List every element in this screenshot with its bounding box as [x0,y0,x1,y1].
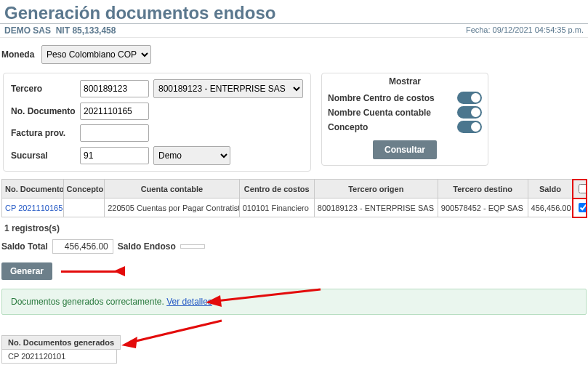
factura-input[interactable] [80,124,149,142]
saldo-endoso-label: Saldo Endoso [118,241,176,252]
saldo-endoso-value [180,244,205,249]
moneda-select[interactable]: Peso Colombiano COP [41,45,151,64]
toggle-centro[interactable] [457,92,482,104]
mostrar-concepto-label: Concepto [328,122,368,132]
arrow-annotation-icon [206,288,322,317]
table-row: CP 2021110165 220505 Cuentas por Pagar C… [2,198,587,217]
sucursal-select[interactable]: Demo [153,146,230,165]
th-select-all[interactable] [573,180,587,198]
generated-docs-value: CP 2021120101 [1,350,117,364]
toggle-concepto[interactable] [457,121,482,133]
th-saldo: Saldo [528,180,573,198]
saldo-total-label: Saldo Total [1,241,48,252]
tercero-code-input[interactable] [80,80,149,97]
toggle-cuenta[interactable] [457,106,482,119]
doc-link[interactable]: CP 2021110165 [5,204,63,212]
cell-cuenta: 220505 Cuentas por Pagar Contratista [105,198,240,217]
success-message: Documentos generados correctamente. Ver … [1,289,587,315]
ver-detalles-link[interactable]: Ver detalles [166,297,212,307]
row-checkbox[interactable] [579,203,586,212]
generar-button[interactable]: Generar [1,262,52,280]
tercero-select[interactable]: 800189123 - ENTERPRISE SAS [153,79,303,98]
svg-marker-3 [121,337,137,348]
ndoc-label: No. Documento [11,106,80,116]
th-cuenta: Cuenta contable [105,180,240,198]
factura-label: Factura prov. [11,128,80,138]
cell-centro: 010101 Financiero [239,198,314,217]
filter-form: Tercero 800189123 - ENTERPRISE SAS No. D… [3,73,311,172]
mostrar-panel: Mostrar Nombre Centro de costos Nombre C… [321,73,488,166]
svg-line-0 [216,289,321,301]
tercero-label: Tercero [11,84,80,94]
cell-torigen: 800189123 - ENTERPRISE SAS [314,198,438,217]
th-torigen: Tercero origen [314,180,438,198]
record-count: 1 registros(s) [4,223,584,233]
select-all-checkbox[interactable] [579,184,586,193]
arrow-annotation-icon [121,319,223,348]
success-text: Documentos generados correctamente. [11,297,164,307]
ndoc-input[interactable] [80,103,149,120]
sucursal-label: Sucursal [11,151,80,161]
sucursal-code-input[interactable] [80,147,149,164]
th-centro: Centro de costos [239,180,314,198]
th-concepto: Concepto [63,180,105,198]
cell-concepto [63,198,105,217]
arrow-annotation-icon [61,266,126,276]
page-date: Fecha: 09/12/2021 04:54:35 p.m. [466,25,584,36]
cell-saldo: 456,456.00 [528,198,573,217]
mostrar-title: Mostrar [328,76,482,89]
svg-line-2 [130,321,222,342]
mostrar-cuenta-label: Nombre Cuenta contable [328,108,431,118]
cell-tdestino: 900578452 - EQP SAS [438,198,528,217]
moneda-label: Moneda [1,49,41,60]
generated-docs-header: No. Documentos generados [1,335,121,350]
page-title: Generación documentos endoso [0,0,588,23]
saldo-total-value: 456,456.00 [52,239,113,254]
cell-select[interactable] [573,198,587,217]
consultar-button[interactable]: Consultar [373,140,437,159]
mostrar-centro-label: Nombre Centro de costos [328,93,435,103]
results-table: No. Documento Concepto Cuenta contable C… [1,179,587,217]
th-doc: No. Documento [2,180,64,198]
th-tdestino: Tercero destino [438,180,528,198]
company-info: DEMO SAS NIT 85,133,458 [4,25,116,36]
